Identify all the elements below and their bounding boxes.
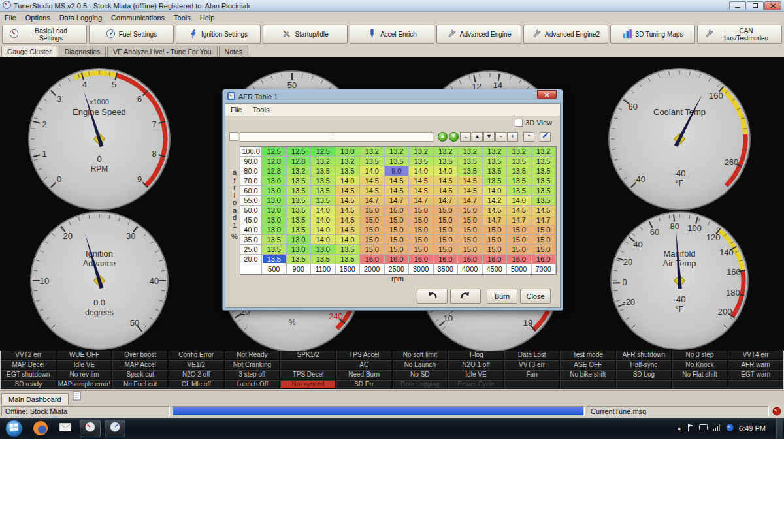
afr-cell[interactable]: 13.5 [434, 157, 459, 166]
afr-cell[interactable]: 14.0 [311, 225, 336, 235]
menu-data-logging[interactable]: Data Logging [55, 12, 106, 23]
scale-down-button[interactable]: ▼ [449, 132, 459, 142]
toolbar-fuel-settings[interactable]: Fuel Settings [89, 25, 174, 44]
afr-cell[interactable]: 13.5 [287, 196, 312, 206]
network-signal-icon[interactable] [713, 424, 721, 432]
afr-cell[interactable]: 12.5 [287, 147, 312, 157]
afr-cell[interactable]: 13.0 [262, 206, 287, 215]
afr-cell[interactable]: 12.5 [262, 147, 287, 157]
afr-cell[interactable]: 14.5 [434, 186, 459, 196]
afr-cell[interactable]: 13.5 [311, 186, 336, 196]
afr-cell[interactable]: 9.0 [385, 166, 410, 176]
flag-icon[interactable] [687, 424, 694, 433]
afr-cell[interactable]: 13.0 [287, 235, 312, 245]
afr-cell[interactable]: 14.2 [483, 196, 508, 206]
menu-options[interactable]: Options [21, 12, 55, 23]
afr-cell[interactable]: 15.0 [434, 225, 459, 235]
afr-cell[interactable]: 15.0 [360, 206, 385, 215]
afr-cell[interactable]: 13.5 [311, 166, 336, 176]
afr-menu-tools[interactable]: Tools [248, 106, 275, 114]
toolbar-advanced-engine2[interactable]: Advanced Engine2 [523, 25, 608, 44]
afr-cell[interactable]: 14.5 [360, 186, 385, 196]
afr-cell[interactable]: 14.5 [458, 176, 483, 186]
afr-close-button-bottom[interactable]: Close [520, 289, 551, 304]
afr-cell[interactable]: 14.0 [311, 206, 336, 215]
afr-cell[interactable]: 14.5 [385, 176, 410, 186]
afr-cell[interactable]: 14.5 [385, 186, 410, 196]
afr-cell[interactable]: 15.0 [360, 225, 385, 235]
afr-cell[interactable]: 13.5 [311, 196, 336, 206]
afr-cell[interactable]: 15.0 [507, 225, 532, 235]
afr-cell[interactable]: 14.5 [336, 206, 361, 215]
afr-cell[interactable]: 13.5 [483, 157, 508, 166]
afr-cell[interactable]: 15.0 [409, 235, 434, 245]
afr-cell[interactable]: 13.5 [262, 235, 287, 245]
afr-cell[interactable]: 13.5 [262, 245, 287, 255]
afr-cell[interactable]: 15.0 [434, 245, 459, 255]
afr-cell[interactable]: 16.0 [434, 255, 459, 264]
afr-cell[interactable]: 13.5 [458, 157, 483, 166]
afr-cell[interactable]: 13.5 [532, 157, 557, 166]
afr-cell[interactable]: 14.0 [311, 235, 336, 245]
afr-cell[interactable]: 15.0 [409, 245, 434, 255]
afr-cell[interactable]: 15.0 [409, 215, 434, 225]
afr-dialog-titlebar[interactable]: AFR Table 1 [225, 89, 561, 103]
afr-cell[interactable]: 16.0 [483, 255, 508, 264]
afr-cell[interactable]: 15.0 [434, 215, 459, 225]
toolbar-startup-idle[interactable]: Startup/Idle [263, 25, 348, 44]
afr-menu-file[interactable]: File [225, 106, 248, 114]
afr-cell[interactable]: 13.5 [532, 166, 557, 176]
afr-cell[interactable]: 15.0 [385, 215, 410, 225]
afr-tool-empty[interactable]: ▲ [472, 132, 483, 142]
afr-cell[interactable]: 13.5 [507, 176, 532, 186]
cell-edit-field[interactable] [240, 132, 433, 142]
menu-tools[interactable]: Tools [169, 12, 195, 23]
dashboard-designer-icon[interactable] [73, 391, 81, 403]
afr-cell[interactable]: 15.0 [385, 225, 410, 235]
afr-cell[interactable]: 15.0 [385, 235, 410, 245]
afr-cell[interactable]: 15.0 [360, 235, 385, 245]
afr-cell[interactable]: 13.2 [336, 157, 361, 166]
afr-cell[interactable]: 16.0 [532, 255, 557, 264]
afr-cell[interactable]: 14.5 [409, 186, 434, 196]
afr-cell[interactable]: 14.5 [336, 225, 361, 235]
afr-cell[interactable]: 15.0 [409, 225, 434, 235]
afr-cell[interactable]: 13.5 [287, 225, 312, 235]
afr-cell[interactable]: 13.2 [311, 157, 336, 166]
afr-cell[interactable]: 13.5 [532, 196, 557, 206]
taskbar-browser-button[interactable] [30, 420, 51, 437]
afr-cell[interactable]: 15.0 [483, 225, 508, 235]
afr-cell[interactable]: 14.0 [483, 186, 508, 196]
afr-cell[interactable]: 15.0 [360, 215, 385, 225]
afr-cell[interactable]: 13.0 [336, 147, 361, 157]
menu-help[interactable]: Help [195, 12, 220, 23]
menu-communications[interactable]: Communications [106, 12, 169, 23]
afr-cell[interactable]: 13.0 [262, 215, 287, 225]
afr-cell[interactable]: 15.0 [458, 235, 483, 245]
menu-file[interactable]: File [0, 12, 21, 23]
afr-tool-empty[interactable]: * [523, 132, 534, 142]
afr-cell[interactable]: 14.0 [434, 166, 459, 176]
afr-cell[interactable]: 16.0 [360, 255, 385, 264]
afr-cell[interactable]: 14.5 [458, 186, 483, 196]
maximize-button[interactable] [747, 1, 764, 10]
afr-cell[interactable]: 14.5 [532, 206, 557, 215]
afr-cell[interactable]: 13.5 [336, 255, 361, 264]
update-shield-icon[interactable] [726, 424, 734, 433]
afr-cell[interactable]: 14.5 [360, 176, 385, 186]
afr-cell[interactable]: 13.2 [287, 166, 312, 176]
afr-cell[interactable]: 14.7 [360, 196, 385, 206]
afr-cell[interactable]: 13.2 [532, 147, 557, 157]
afr-cell[interactable]: 13.5 [507, 186, 532, 196]
start-button[interactable] [5, 420, 23, 437]
afr-cell[interactable]: 15.0 [458, 245, 483, 255]
afr-cell[interactable]: 13.5 [311, 255, 336, 264]
afr-cell[interactable]: 13.2 [458, 147, 483, 157]
tab-ve-analyze-live-tune-for-you[interactable]: VE Analyze Live! - Tune For You [107, 46, 218, 57]
afr-cell[interactable]: 13.5 [287, 215, 312, 225]
toolbar-accel-enrich[interactable]: Accel Enrich [350, 25, 434, 44]
afr-cell[interactable]: 14.7 [385, 196, 410, 206]
tab-diagnostics[interactable]: Diagnostics [59, 46, 106, 57]
tab-gauge-cluster[interactable]: Gauge Cluster [1, 46, 57, 57]
afr-corner-button[interactable] [229, 132, 238, 141]
